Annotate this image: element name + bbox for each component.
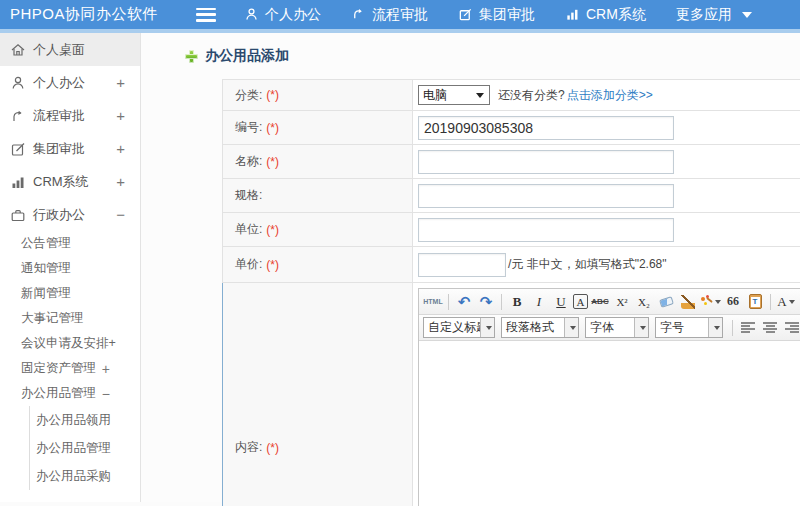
required-mark: (*): [266, 441, 279, 455]
select-arrow-icon: [634, 318, 648, 337]
toolbar-separator: [732, 320, 733, 336]
select-arrow-icon: [480, 318, 494, 337]
paragraph-format-select[interactable]: 段落格式: [501, 317, 579, 338]
code-label: 编号:: [235, 119, 262, 136]
html-source-button[interactable]: HTML: [423, 292, 443, 312]
editor-content-area[interactable]: [419, 341, 800, 506]
form-row-code: 编号: (*): [223, 111, 800, 145]
sidebar-item-label: 行政办公: [33, 206, 85, 224]
nav-label: 更多应用: [676, 6, 732, 24]
sidebar-item-label: 会议申请及安排+: [21, 335, 116, 352]
hamburger-menu-icon[interactable]: [196, 8, 216, 22]
form-row-name: 名称: (*): [223, 145, 800, 179]
underline-button[interactable]: U: [551, 292, 571, 312]
spec-input[interactable]: [418, 184, 674, 208]
nav-more-apps[interactable]: 更多应用: [676, 6, 752, 24]
user-icon: [244, 7, 259, 22]
expand-icon[interactable]: +: [116, 107, 125, 124]
no-category-hint: 还没有分类?: [498, 87, 565, 104]
broom-icon: [681, 295, 695, 309]
category-label: 分类:: [235, 87, 262, 104]
sidebar-item-label: 公告管理: [21, 235, 71, 252]
char-border-button[interactable]: A: [573, 294, 588, 309]
sidebar-item-office-supplies-mgmt[interactable]: 办公用品管理 −: [0, 381, 140, 406]
sidebar-item-announcement-mgmt[interactable]: 公告管理: [0, 231, 140, 256]
sidebar-item-workflow[interactable]: 流程审批 +: [0, 99, 140, 132]
nav-workflow-approval[interactable]: 流程审批: [351, 6, 428, 24]
align-right-button[interactable]: [782, 318, 800, 338]
font-size-select[interactable]: 字号: [655, 317, 723, 338]
price-input[interactable]: [418, 253, 506, 277]
expand-icon[interactable]: +: [116, 74, 125, 91]
font-color-button[interactable]: A: [776, 292, 796, 312]
nav-crm-system[interactable]: CRM系统: [565, 6, 646, 24]
form-row-spec: 规格:: [223, 179, 800, 213]
briefcase-icon: [10, 207, 26, 223]
subscript-button[interactable]: X₂: [634, 292, 654, 312]
toolbar-separator: [448, 294, 449, 310]
font-family-select[interactable]: 字体: [585, 317, 649, 338]
sidebar-item-label: 集团审批: [33, 140, 85, 158]
nav-group-approval[interactable]: 集团审批: [458, 6, 535, 24]
sidebar: 个人桌面 个人办公 + 流程审批 +: [0, 33, 141, 502]
collapse-icon[interactable]: −: [116, 206, 125, 223]
sidebar-item-admin-office[interactable]: 行政办公 −: [0, 198, 140, 231]
clipboard-icon: T: [749, 294, 762, 309]
align-left-button[interactable]: [738, 318, 758, 338]
sidebar-item-label: 个人桌面: [33, 41, 85, 59]
name-input[interactable]: [418, 150, 674, 174]
page-title: 办公用品添加: [205, 47, 289, 65]
redo-button[interactable]: ↷: [476, 292, 496, 312]
format-brush-button[interactable]: [678, 292, 698, 312]
custom-title-select[interactable]: 自定义标题: [423, 317, 495, 338]
italic-button[interactable]: I: [529, 292, 549, 312]
dropdown-caret-icon: [789, 300, 795, 304]
sidebar-item-label: 办公用品管理: [21, 385, 96, 402]
paste-as-text-button[interactable]: T: [745, 292, 765, 312]
nav-personal-office[interactable]: 个人办公: [244, 6, 321, 24]
bar-chart-icon: [10, 174, 26, 190]
add-category-link[interactable]: 点击添加分类>>: [567, 87, 653, 104]
nav-label: 流程审批: [372, 6, 428, 24]
required-mark: (*): [266, 258, 279, 272]
code-input[interactable]: [418, 116, 674, 140]
form-row-unit: 单位: (*): [223, 213, 800, 247]
clear-format-button[interactable]: [656, 292, 676, 312]
sidebar-item-notice-mgmt[interactable]: 通知管理: [0, 256, 140, 281]
form-row-content: 内容: (*) HTML ↶ ↷ B I: [222, 283, 800, 506]
sidebar-item-crm[interactable]: CRM系统 +: [0, 165, 140, 198]
collapse-icon[interactable]: −: [102, 386, 110, 402]
category-select[interactable]: 电脑: [418, 85, 490, 105]
align-center-button[interactable]: [760, 318, 780, 338]
superscript-button[interactable]: X²: [612, 292, 632, 312]
expand-icon[interactable]: +: [116, 140, 125, 157]
bold-button[interactable]: B: [507, 292, 527, 312]
undo-button[interactable]: ↶: [454, 292, 474, 312]
add-plus-icon: [185, 50, 198, 63]
sidebar-item-group-approval[interactable]: 集团审批 +: [0, 132, 140, 165]
app-window: PHPOA协同办公软件 个人办公 流程审批: [0, 0, 800, 506]
sidebar-item-label: 办公用品采购: [36, 468, 111, 485]
sidebar-item-label: CRM系统: [33, 173, 89, 191]
color-dots-icon: [700, 295, 713, 308]
sidebar-item-supplies-manage[interactable]: 办公用品管理: [30, 434, 140, 462]
sidebar-item-personal-office[interactable]: 个人办公 +: [0, 66, 140, 99]
home-icon: [10, 42, 26, 58]
blockquote-button[interactable]: 66: [723, 292, 743, 312]
sidebar-item-fixed-assets[interactable]: 固定资产管理 +: [0, 356, 140, 381]
required-mark: (*): [266, 155, 279, 169]
sidebar-item-memorabilia-mgmt[interactable]: 大事记管理: [0, 306, 140, 331]
sidebar-item-supplies-claim[interactable]: 办公用品领用: [30, 406, 140, 434]
expand-icon[interactable]: +: [102, 361, 110, 377]
page-title-row: 办公用品添加: [185, 47, 800, 65]
sidebar-item-meeting-request[interactable]: 会议申请及安排+: [0, 331, 140, 356]
spellcheck-color-button[interactable]: [700, 292, 721, 312]
sidebar-item-news-mgmt[interactable]: 新闻管理: [0, 281, 140, 306]
sidebar-item-desktop[interactable]: 个人桌面: [0, 33, 140, 66]
strikethrough-button[interactable]: ABC: [590, 292, 610, 312]
supplies-add-form: 分类: (*) 电脑 还没有分类? 点击添加分类>> 编号:: [222, 79, 800, 506]
sidebar-item-supplies-purchase[interactable]: 办公用品采购: [30, 462, 140, 490]
unit-input[interactable]: [418, 218, 674, 242]
expand-icon[interactable]: +: [116, 173, 125, 190]
toolbar-separator: [770, 294, 771, 310]
